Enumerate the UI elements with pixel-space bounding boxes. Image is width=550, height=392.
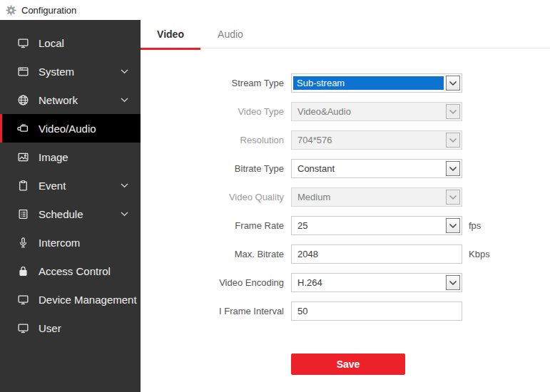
form-row-video-quality: Video QualityMedium: [141, 187, 550, 207]
sidebar-item-label: Image: [39, 151, 141, 163]
field-label: Video Type: [141, 106, 291, 117]
form-row-max-bitrate: Max. BitrateKbps: [141, 244, 550, 264]
frame-rate-select[interactable]: 25: [291, 216, 462, 235]
chevron-down-icon[interactable]: [446, 218, 460, 233]
monitor-icon: [17, 294, 29, 306]
unit-label: Kbps: [469, 249, 490, 259]
sidebar-item-network[interactable]: Network: [0, 86, 141, 114]
camera-icon: [17, 123, 29, 135]
sidebar-item-schedule[interactable]: Schedule: [0, 200, 141, 228]
i-frame-interval-input[interactable]: [291, 301, 462, 321]
chevron-down-icon: [121, 183, 128, 188]
sidebar-item-label: Event: [39, 180, 121, 192]
sidebar-item-label: Local: [39, 37, 141, 49]
video-quality-select: Medium: [291, 187, 462, 207]
sidebar-item-label: Video/Audio: [39, 123, 141, 135]
selected-value: H.264: [292, 277, 446, 288]
form-row-resolution: Resolution704*576: [141, 130, 550, 150]
lock-icon: [17, 265, 29, 277]
form-row-frame-rate: Frame Rate25fps: [141, 216, 550, 235]
tab-video[interactable]: Video: [141, 20, 200, 48]
monitor-icon: [17, 322, 29, 334]
field-label: Video Encoding: [141, 277, 291, 288]
chevron-down-icon: [121, 98, 128, 103]
sidebar-item-device-management[interactable]: Device Management: [0, 285, 141, 314]
save-row: Save: [291, 354, 550, 375]
monitor-icon: [17, 37, 29, 49]
chevron-down-icon: [446, 133, 460, 148]
chevron-down-icon: [446, 104, 460, 119]
image-icon: [17, 151, 29, 163]
chevron-down-icon: [121, 212, 128, 217]
page-title: Configuration: [21, 5, 76, 16]
sidebar-item-label: Schedule: [39, 208, 121, 220]
form-row-video-encoding: Video EncodingH.264: [141, 273, 550, 292]
sidebar-item-user[interactable]: User: [0, 314, 141, 342]
max-bitrate-input[interactable]: [291, 244, 462, 264]
bitrate-type-select[interactable]: Constant: [291, 159, 462, 178]
selected-value: 25: [292, 220, 446, 231]
sidebar-item-label: Device Management: [39, 294, 141, 306]
sidebar-item-intercom[interactable]: Intercom: [0, 228, 141, 257]
stream-type-select[interactable]: Sub-stream: [291, 73, 462, 93]
form-row-stream-type: Stream TypeSub-stream: [141, 73, 550, 93]
sidebar-item-event[interactable]: Event: [0, 171, 141, 200]
save-button[interactable]: Save: [291, 354, 405, 375]
field-label: Frame Rate: [141, 220, 291, 231]
video-encoding-select[interactable]: H.264: [291, 273, 462, 292]
sidebar-item-video-audio[interactable]: Video/Audio: [0, 114, 141, 143]
field-label: Bitrate Type: [141, 163, 291, 174]
unit-label: fps: [469, 220, 481, 231]
selected-value: Constant: [292, 163, 446, 174]
field-label: Stream Type: [141, 78, 291, 88]
schedule-icon: [17, 208, 29, 220]
chevron-down-icon: [121, 69, 128, 74]
selected-value: 704*576: [292, 135, 446, 145]
microphone-icon: [17, 237, 29, 249]
sidebar-item-image[interactable]: Image: [0, 143, 141, 171]
sidebar-item-label: Intercom: [39, 237, 141, 249]
sidebar-item-local[interactable]: Local: [0, 29, 141, 57]
clipboard-icon: [17, 180, 29, 192]
tab-audio[interactable]: Audio: [200, 20, 260, 48]
video-type-select: Video&Audio: [291, 102, 462, 121]
globe-icon: [17, 94, 29, 106]
sidebar-item-system[interactable]: System: [0, 57, 141, 86]
field-label: Resolution: [141, 135, 291, 145]
video-settings-form: Stream TypeSub-streamVideo TypeVideo&Aud…: [141, 48, 550, 375]
tab-video-label: Video: [157, 29, 184, 40]
chevron-down-icon[interactable]: [446, 275, 460, 290]
sidebar-item-label: User: [39, 322, 141, 334]
selected-value: Medium: [292, 192, 446, 202]
chevron-down-icon[interactable]: [446, 161, 460, 176]
selected-value: Sub-stream: [293, 76, 444, 90]
sidebar-item-label: Network: [39, 94, 121, 106]
form-row-i-frame-interval: I Frame Interval: [141, 301, 550, 321]
form-row-bitrate-type: Bitrate TypeConstant: [141, 159, 550, 178]
field-label: Max. Bitrate: [141, 249, 291, 259]
tab-audio-label: Audio: [218, 29, 243, 40]
field-label: Video Quality: [141, 192, 291, 202]
form-row-video-type: Video TypeVideo&Audio: [141, 102, 550, 121]
window-icon: [17, 66, 29, 78]
selected-value: Video&Audio: [292, 106, 446, 117]
gear-icon: [6, 5, 16, 16]
field-label: I Frame Interval: [141, 306, 291, 316]
main-content: Video Audio Stream TypeSub-streamVideo T…: [141, 20, 550, 392]
sidebar: LocalSystemNetworkVideo/AudioImageEventS…: [0, 20, 141, 392]
tab-bar: Video Audio: [141, 20, 550, 48]
window-header: Configuration: [0, 0, 550, 20]
sidebar-item-access-control[interactable]: Access Control: [0, 257, 141, 285]
sidebar-item-label: Access Control: [39, 265, 141, 277]
chevron-down-icon[interactable]: [446, 76, 460, 91]
sidebar-item-label: System: [39, 66, 121, 78]
resolution-select: 704*576: [291, 130, 462, 150]
chevron-down-icon: [446, 190, 460, 205]
